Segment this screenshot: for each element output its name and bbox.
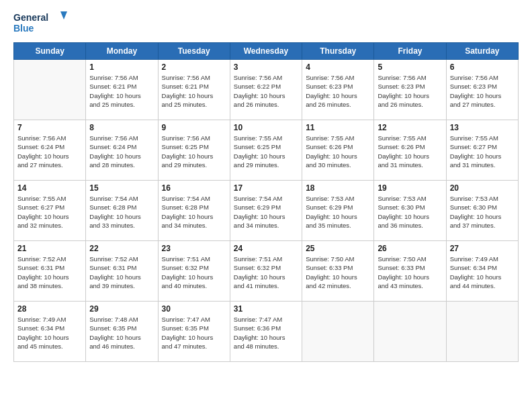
day-number: 21 [17, 244, 82, 253]
day-number: 5 [378, 62, 442, 72]
day-info: Sunrise: 7:56 AM Sunset: 6:22 PM Dayligh… [234, 73, 298, 109]
calendar-cell: 10Sunrise: 7:55 AM Sunset: 6:25 PM Dayli… [230, 120, 302, 181]
day-info: Sunrise: 7:47 AM Sunset: 6:36 PM Dayligh… [234, 315, 298, 351]
calendar-cell: 9Sunrise: 7:56 AM Sunset: 6:25 PM Daylig… [158, 120, 230, 181]
day-info: Sunrise: 7:50 AM Sunset: 6:33 PM Dayligh… [378, 255, 442, 290]
day-number: 30 [162, 304, 226, 314]
day-number: 6 [450, 62, 515, 72]
calendar-cell: 3Sunrise: 7:56 AM Sunset: 6:22 PM Daylig… [230, 60, 302, 120]
day-info: Sunrise: 7:51 AM Sunset: 6:32 PM Dayligh… [234, 255, 298, 290]
calendar-cell: 29Sunrise: 7:48 AM Sunset: 6:35 PM Dayli… [86, 302, 158, 362]
day-info: Sunrise: 7:55 AM Sunset: 6:27 PM Dayligh… [17, 194, 82, 230]
calendar-cell [374, 302, 446, 362]
day-info: Sunrise: 7:55 AM Sunset: 6:26 PM Dayligh… [378, 134, 442, 169]
day-info: Sunrise: 7:53 AM Sunset: 6:30 PM Dayligh… [450, 194, 515, 230]
day-number: 27 [450, 244, 515, 253]
calendar-cell: 5Sunrise: 7:56 AM Sunset: 6:23 PM Daylig… [374, 60, 446, 120]
calendar-cell: 14Sunrise: 7:55 AM Sunset: 6:27 PM Dayli… [14, 181, 86, 241]
weekday-header-sunday: Sunday [14, 43, 86, 60]
day-info: Sunrise: 7:56 AM Sunset: 6:23 PM Dayligh… [306, 73, 370, 109]
calendar-cell: 16Sunrise: 7:54 AM Sunset: 6:28 PM Dayli… [158, 181, 230, 241]
day-number: 19 [378, 183, 442, 193]
day-number: 16 [162, 183, 226, 193]
day-info: Sunrise: 7:52 AM Sunset: 6:31 PM Dayligh… [89, 255, 154, 290]
day-info: Sunrise: 7:48 AM Sunset: 6:35 PM Dayligh… [89, 315, 154, 351]
day-info: Sunrise: 7:55 AM Sunset: 6:26 PM Dayligh… [306, 134, 370, 169]
calendar-cell: 23Sunrise: 7:51 AM Sunset: 6:32 PM Dayli… [158, 241, 230, 302]
day-number: 26 [378, 244, 442, 253]
day-number: 12 [378, 123, 442, 132]
day-number: 24 [234, 244, 298, 253]
day-info: Sunrise: 7:54 AM Sunset: 6:29 PM Dayligh… [234, 194, 298, 230]
day-number: 4 [306, 62, 370, 72]
day-number: 14 [17, 183, 82, 193]
day-number: 7 [17, 123, 82, 132]
day-number: 15 [89, 183, 154, 193]
calendar-cell: 11Sunrise: 7:55 AM Sunset: 6:26 PM Dayli… [302, 120, 374, 181]
calendar-cell: 24Sunrise: 7:51 AM Sunset: 6:32 PM Dayli… [230, 241, 302, 302]
day-number: 22 [89, 244, 154, 253]
day-info: Sunrise: 7:51 AM Sunset: 6:32 PM Dayligh… [162, 255, 226, 290]
day-info: Sunrise: 7:49 AM Sunset: 6:34 PM Dayligh… [450, 255, 515, 290]
logo: General Blue [13, 10, 67, 37]
calendar-cell: 19Sunrise: 7:53 AM Sunset: 6:30 PM Dayli… [374, 181, 446, 241]
day-number: 9 [162, 123, 226, 132]
day-number: 10 [234, 123, 298, 132]
calendar-cell: 2Sunrise: 7:56 AM Sunset: 6:21 PM Daylig… [158, 60, 230, 120]
calendar-cell: 8Sunrise: 7:56 AM Sunset: 6:24 PM Daylig… [86, 120, 158, 181]
svg-marker-2 [60, 11, 67, 19]
day-number: 20 [450, 183, 515, 193]
weekday-header-monday: Monday [86, 43, 158, 60]
calendar-cell: 27Sunrise: 7:49 AM Sunset: 6:34 PM Dayli… [446, 241, 518, 302]
day-number: 13 [450, 123, 515, 132]
calendar-cell: 1Sunrise: 7:56 AM Sunset: 6:21 PM Daylig… [86, 60, 158, 120]
day-number: 25 [306, 244, 370, 253]
day-info: Sunrise: 7:56 AM Sunset: 6:24 PM Dayligh… [89, 134, 154, 169]
calendar-cell: 30Sunrise: 7:47 AM Sunset: 6:35 PM Dayli… [158, 302, 230, 362]
day-number: 1 [89, 62, 154, 72]
calendar-cell: 13Sunrise: 7:55 AM Sunset: 6:27 PM Dayli… [446, 120, 518, 181]
svg-text:General: General [13, 12, 48, 23]
calendar-cell: 12Sunrise: 7:55 AM Sunset: 6:26 PM Dayli… [374, 120, 446, 181]
day-info: Sunrise: 7:56 AM Sunset: 6:24 PM Dayligh… [17, 134, 82, 169]
weekday-header-wednesday: Wednesday [230, 43, 302, 60]
day-number: 23 [162, 244, 226, 253]
weekday-header-tuesday: Tuesday [158, 43, 230, 60]
calendar-cell: 17Sunrise: 7:54 AM Sunset: 6:29 PM Dayli… [230, 181, 302, 241]
calendar-cell: 26Sunrise: 7:50 AM Sunset: 6:33 PM Dayli… [374, 241, 446, 302]
header: General Blue [13, 10, 519, 37]
weekday-header-thursday: Thursday [302, 43, 374, 60]
calendar-cell: 31Sunrise: 7:47 AM Sunset: 6:36 PM Dayli… [230, 302, 302, 362]
day-info: Sunrise: 7:53 AM Sunset: 6:29 PM Dayligh… [306, 194, 370, 230]
calendar-cell [302, 302, 374, 362]
day-info: Sunrise: 7:56 AM Sunset: 6:23 PM Dayligh… [378, 73, 442, 109]
day-number: 18 [306, 183, 370, 193]
day-info: Sunrise: 7:47 AM Sunset: 6:35 PM Dayligh… [162, 315, 226, 351]
calendar-cell: 22Sunrise: 7:52 AM Sunset: 6:31 PM Dayli… [86, 241, 158, 302]
day-info: Sunrise: 7:54 AM Sunset: 6:28 PM Dayligh… [162, 194, 226, 230]
day-info: Sunrise: 7:56 AM Sunset: 6:21 PM Dayligh… [89, 73, 154, 109]
calendar-cell: 4Sunrise: 7:56 AM Sunset: 6:23 PM Daylig… [302, 60, 374, 120]
day-info: Sunrise: 7:53 AM Sunset: 6:30 PM Dayligh… [378, 194, 442, 230]
calendar-table: SundayMondayTuesdayWednesdayThursdayFrid… [13, 42, 519, 362]
svg-text:Blue: Blue [13, 23, 34, 34]
day-info: Sunrise: 7:49 AM Sunset: 6:34 PM Dayligh… [17, 315, 82, 351]
day-number: 28 [17, 304, 82, 314]
day-number: 11 [306, 123, 370, 132]
calendar-cell: 18Sunrise: 7:53 AM Sunset: 6:29 PM Dayli… [302, 181, 374, 241]
logo-svg: General Blue [13, 10, 67, 37]
weekday-header-saturday: Saturday [446, 43, 518, 60]
day-info: Sunrise: 7:56 AM Sunset: 6:23 PM Dayligh… [450, 73, 515, 109]
calendar-cell: 21Sunrise: 7:52 AM Sunset: 6:31 PM Dayli… [14, 241, 86, 302]
day-number: 3 [234, 62, 298, 72]
calendar-page: General Blue SundayMondayTuesdayWednesda… [0, 0, 532, 411]
calendar-cell: 20Sunrise: 7:53 AM Sunset: 6:30 PM Dayli… [446, 181, 518, 241]
day-number: 2 [162, 62, 226, 72]
day-info: Sunrise: 7:55 AM Sunset: 6:25 PM Dayligh… [234, 134, 298, 169]
calendar-cell: 7Sunrise: 7:56 AM Sunset: 6:24 PM Daylig… [14, 120, 86, 181]
day-number: 8 [89, 123, 154, 132]
day-info: Sunrise: 7:54 AM Sunset: 6:28 PM Dayligh… [89, 194, 154, 230]
weekday-header-friday: Friday [374, 43, 446, 60]
day-info: Sunrise: 7:56 AM Sunset: 6:25 PM Dayligh… [162, 134, 226, 169]
day-info: Sunrise: 7:52 AM Sunset: 6:31 PM Dayligh… [17, 255, 82, 290]
